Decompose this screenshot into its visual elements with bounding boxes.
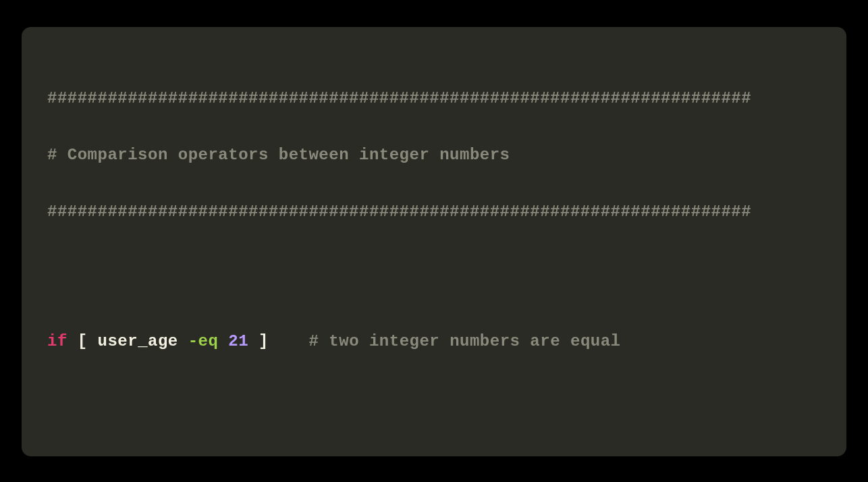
blank-line [47, 390, 821, 414]
operator: -eq [188, 332, 219, 350]
header-hash-bottom: ########################################… [47, 204, 821, 228]
comment: # two integer numbers are equal [309, 332, 621, 350]
code-line: if [ user_age -eq 21 ] # two integer num… [47, 333, 821, 358]
variable: user_age [98, 332, 178, 350]
keyword-if: if [47, 332, 67, 350]
code-panel: ########################################… [22, 27, 846, 456]
bracket-close: ] [248, 332, 269, 350]
number-literal: 21 [228, 332, 248, 350]
header-hash-top: ########################################… [47, 90, 821, 115]
blank-line [47, 261, 821, 285]
header-title: # Comparison operators between integer n… [47, 147, 821, 171]
bracket-open: [ [67, 332, 98, 350]
